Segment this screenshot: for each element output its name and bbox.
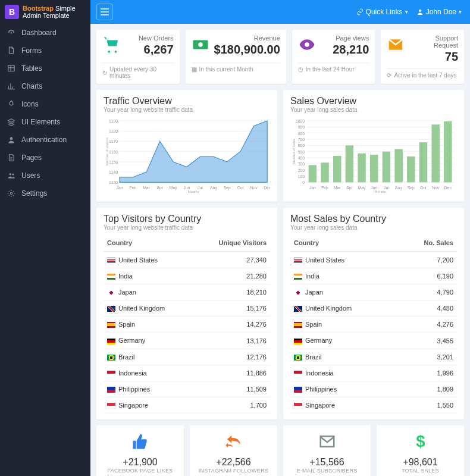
layers-icon <box>7 118 15 126</box>
user-menu[interactable]: John Doe▾ <box>416 8 462 16</box>
table-row: United Kingdom 4,480 <box>290 300 457 317</box>
svg-text:$: $ <box>416 433 425 450</box>
traffic-area-chart: 1130114011501160117011801190JanFebMarApr… <box>104 117 270 194</box>
country-name: United Kingdom <box>118 305 165 312</box>
svg-point-3 <box>10 173 12 176</box>
main-content: New Orders 6,267 ↻Updated every 30 minut… <box>90 24 470 476</box>
svg-rect-66 <box>394 149 402 183</box>
svg-text:600: 600 <box>298 143 305 148</box>
svg-rect-63 <box>358 154 365 183</box>
social-value: +22,566 <box>195 457 272 468</box>
col-sales: No. Sales <box>397 234 457 252</box>
row-value: 1,809 <box>397 381 457 397</box>
page-icon <box>7 154 15 162</box>
sidebar-item-users[interactable]: Users <box>0 167 90 184</box>
sidebar-item-dashboard[interactable]: Dashboard <box>0 24 90 42</box>
table-row: India 6,190 <box>290 268 457 284</box>
table-row: Brazil 3,201 <box>290 349 457 365</box>
country-name: United States <box>305 256 344 264</box>
svg-rect-1 <box>8 65 15 71</box>
svg-rect-67 <box>407 156 415 182</box>
sales-bar-chart: 01002003004005006007008009001000JanFebMa… <box>290 117 457 194</box>
country-name: Spain <box>118 321 135 328</box>
rocket-icon <box>7 100 15 108</box>
flag-es-icon <box>294 322 302 328</box>
table-row: India 21,280 <box>104 268 270 284</box>
file-icon <box>7 46 15 55</box>
svg-text:Mar: Mar <box>143 186 150 190</box>
svg-point-7 <box>198 42 203 47</box>
mail-icon <box>288 433 366 455</box>
svg-text:Aug: Aug <box>395 186 402 190</box>
users-icon <box>7 171 15 180</box>
clock-icon: ◷ <box>298 66 303 73</box>
sidebar-item-label: Forms <box>21 46 42 55</box>
country-name: Japan <box>118 289 136 296</box>
flag-de-icon <box>294 339 302 345</box>
row-value: 11,886 <box>194 365 270 381</box>
stat-card-new-orders: New Orders 6,267 ↻Updated every 30 minut… <box>96 30 180 84</box>
sidebar-item-pages[interactable]: Pages <box>0 149 90 167</box>
country-name: India <box>118 273 133 280</box>
flag-jp-icon <box>294 290 302 296</box>
svg-text:Sep: Sep <box>408 186 415 190</box>
sidebar-item-forms[interactable]: Forms <box>0 42 90 60</box>
table-row: Japan 18,210 <box>104 284 270 300</box>
flag-in-icon <box>294 274 302 280</box>
flag-gb-icon <box>294 306 302 312</box>
brand-logo[interactable]: B Bootstrap SimpleAdmin Template <box>0 0 90 24</box>
flag-gb-icon <box>107 306 115 312</box>
row-value: 7,200 <box>397 252 457 268</box>
card-subtitle: Your year long sales data <box>290 224 457 231</box>
speedometer-icon <box>7 29 15 37</box>
card-subtitle: Your year long sales data <box>290 107 457 113</box>
svg-text:Apr: Apr <box>346 186 353 190</box>
card-title: Most Sales by Country <box>290 214 457 224</box>
table-row: Singapore 1,550 <box>290 397 457 413</box>
sidebar-item-label: Pages <box>21 154 42 162</box>
brand-text: Bootstrap SimpleAdmin Template <box>23 5 76 19</box>
row-value: 27,340 <box>194 252 270 268</box>
svg-point-0 <box>419 10 421 12</box>
thumb-icon <box>101 433 179 455</box>
menu-toggle-button[interactable] <box>96 4 113 20</box>
sidebar-item-tables[interactable]: Tables <box>0 60 90 77</box>
sidebar-item-authentication[interactable]: Authentication <box>0 131 90 149</box>
svg-text:300: 300 <box>298 162 305 166</box>
row-value: 4,276 <box>397 317 457 333</box>
social-card-total-sales: $ +98,601 TOTAL SALES <box>377 425 464 476</box>
calendar-icon: ▦ <box>192 66 197 73</box>
chevron-down-icon: ▾ <box>459 9 462 15</box>
sidebar-item-ui-elements[interactable]: UI Elements <box>0 113 90 131</box>
sidebar-item-label: Tables <box>21 64 42 73</box>
sidebar-item-charts[interactable]: Charts <box>0 77 90 95</box>
flag-sg-icon <box>107 403 115 409</box>
sidebar-item-label: Icons <box>21 100 39 108</box>
svg-text:Nov: Nov <box>432 186 440 190</box>
table-row: Japan 4,790 <box>290 284 457 300</box>
table-row: Philippines 1,809 <box>290 381 457 397</box>
svg-text:200: 200 <box>298 168 305 173</box>
stat-value: 6,267 <box>125 43 174 57</box>
quick-links-menu[interactable]: Quick Links▾ <box>356 8 408 16</box>
sidebar-item-settings[interactable]: Settings <box>0 184 90 202</box>
svg-rect-59 <box>309 165 317 182</box>
row-value: 4,480 <box>397 300 457 317</box>
traffic-overview-card: Traffic Overview Your year long website … <box>96 90 277 202</box>
social-label: INSTAGRAM FOLLOWERS <box>195 468 272 474</box>
svg-text:800: 800 <box>298 131 305 136</box>
social-label: FACEBOOK PAGE LIKES <box>101 468 179 474</box>
svg-text:1130: 1130 <box>109 180 118 184</box>
social-label: E-MAIL SUBSCRIBERS <box>288 468 366 474</box>
topbar: B Bootstrap SimpleAdmin Template Quick L… <box>0 0 470 24</box>
svg-text:Apr: Apr <box>156 186 163 190</box>
sidebar-item-icons[interactable]: Icons <box>0 95 90 113</box>
country-name: Singapore <box>118 402 148 409</box>
stat-footer: ↻Updated every 30 minutes <box>102 62 174 79</box>
flag-us-icon <box>107 258 115 264</box>
svg-text:Sep: Sep <box>223 186 230 190</box>
stat-value: 75 <box>409 50 458 64</box>
svg-text:1140: 1140 <box>109 170 118 174</box>
row-value: 15,176 <box>194 300 270 317</box>
svg-text:Aug: Aug <box>210 186 217 190</box>
